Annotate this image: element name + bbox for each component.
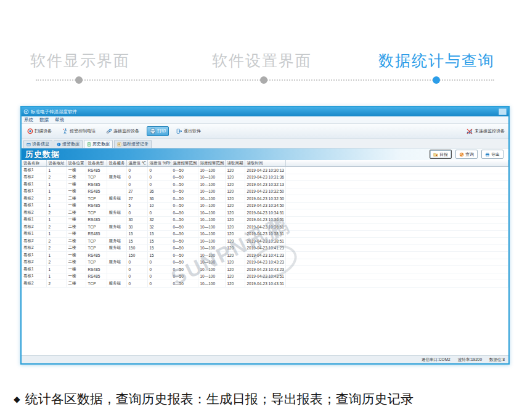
nav-item-1[interactable]: 软件显示界面: [30, 50, 130, 71]
menu-item-1[interactable]: 系统: [24, 117, 33, 123]
table-row[interactable]: 看板22二楼TCP服务端27360—5010—1001202019-04-23 …: [22, 195, 508, 203]
cell: RS485: [86, 266, 107, 273]
toolbar-button-label: 扫描设备: [35, 128, 52, 134]
section-actions: 日报查询导出: [430, 150, 504, 159]
column-header-10[interactable]: 读取周期: [225, 160, 245, 167]
tab-1[interactable]: 设备信息: [23, 140, 52, 148]
column-header-6[interactable]: 温度值 ℃: [126, 160, 147, 167]
cell: RS485: [86, 252, 107, 259]
table-row[interactable]: 看板22二楼TCP服务端000—5010—1001202019-04-23 10…: [22, 174, 508, 181]
cell: TCP: [86, 244, 107, 252]
column-header-5[interactable]: 设备服务: [107, 160, 126, 167]
cell: 看板1: [22, 181, 46, 188]
cell: 2019-04-23 10:32:50: [245, 195, 285, 203]
table-header-filler: [285, 160, 508, 167]
toolbar-button-4[interactable]: 打印: [147, 126, 169, 136]
cell: 0: [126, 209, 147, 217]
tab-3[interactable]: 历史数据: [84, 140, 113, 148]
cell: 看板1: [22, 188, 46, 195]
table-row[interactable]: 看板11一楼RS485000—5010—1001202019-04-23 10:…: [22, 181, 508, 188]
cell: [107, 181, 126, 188]
tab-2[interactable]: 报警数据: [54, 140, 83, 148]
toolbar-button-5[interactable]: 退出软件: [173, 126, 204, 136]
app-logo-icon: [23, 109, 29, 115]
action-button-1[interactable]: 日报: [430, 150, 452, 159]
cell: 看板1: [22, 216, 46, 224]
cell: 2019-04-23 10:32:50: [245, 188, 285, 195]
cell: 一楼: [66, 202, 86, 209]
cell-filler: [285, 209, 508, 217]
cell: 0—50: [171, 202, 198, 209]
toolbar-button-1[interactable]: 扫描设备: [24, 126, 55, 136]
column-header-11[interactable]: 读取时间: [245, 160, 285, 167]
table-row[interactable]: 看板11一楼RS48527360—5010—1001202019-04-23 1…: [22, 188, 508, 195]
cell-filler: [285, 266, 508, 273]
cell: 二楼: [66, 224, 86, 231]
cell: 看板2: [22, 238, 46, 245]
cell: 36: [147, 195, 171, 203]
cell: 2: [46, 224, 66, 231]
cell: 0: [147, 174, 171, 181]
column-header-7[interactable]: 湿度值 %RH: [147, 160, 171, 167]
cell: 10—100: [198, 224, 225, 231]
table-row[interactable]: 看板11一楼RS485000—5010—1001202019-04-23 10:…: [22, 167, 508, 174]
cell: 二楼: [66, 244, 86, 252]
caption-text: 统计各区数据，查询历史报表：生成日报；导出报表；查询历史记录: [25, 390, 414, 408]
cell: TCP: [86, 209, 107, 217]
cell: 服务端: [107, 238, 126, 245]
column-header-4[interactable]: 设备类型: [86, 160, 107, 167]
action-button-3[interactable]: 导出: [481, 150, 504, 159]
column-header-9[interactable]: 湿度报警范围: [198, 160, 225, 167]
cell: 2: [46, 238, 66, 245]
column-header-3[interactable]: 设备位置: [66, 160, 86, 167]
nav-item-3[interactable]: 数据统计与查询: [378, 50, 495, 71]
toolbar-button-2[interactable]: 报警控制电话: [59, 126, 99, 136]
table-row[interactable]: 看板22二楼TCP服务端000—5010—1001202019-04-23 10…: [22, 280, 508, 288]
table-row[interactable]: 看板22二楼TCP服务端150150—5010—1001202019-04-23…: [22, 244, 508, 252]
export-icon: [485, 152, 490, 157]
table-row[interactable]: 看板22二楼TCP服务端30320—5010—1001202019-04-23 …: [22, 224, 508, 231]
cell: 服务端: [107, 174, 126, 181]
cell: 一楼: [66, 273, 86, 280]
cell: 看板2: [22, 209, 46, 217]
cell: [107, 230, 126, 238]
link-icon: [106, 128, 112, 134]
toolbar: 扫描设备报警控制电话连接监控设备打印退出软件未连接监控设备: [22, 124, 508, 139]
cell: 10—100: [198, 273, 225, 280]
table-row[interactable]: 看板11一楼RS4855100—5010—1001202019-04-23 10…: [22, 202, 508, 209]
cell: [107, 188, 126, 195]
cell: 2019-04-23 10:41:23: [245, 244, 285, 252]
table-row[interactable]: 看板22二楼TCP服务端000—5010—1001202019-04-23 10…: [22, 209, 508, 217]
cell: 二楼: [66, 209, 86, 217]
action-button-2[interactable]: 查询: [455, 150, 478, 159]
menu-item-2[interactable]: 数据: [39, 117, 49, 123]
timeline-dot-3: [433, 76, 440, 84]
cell: 0—50: [171, 252, 198, 259]
menu-item-3[interactable]: 帮助: [55, 117, 64, 123]
cell: 120: [225, 174, 245, 181]
table-row[interactable]: 看板11一楼RS48515150—5010—1001202019-04-23 1…: [22, 230, 508, 238]
cell: 1: [46, 273, 66, 280]
nav-item-2[interactable]: 软件设置界面: [212, 50, 312, 71]
tab-4[interactable]: 远程报警记录: [114, 140, 152, 148]
table-row[interactable]: 看板11一楼RS485150150—5010—1001202019-04-23 …: [22, 252, 508, 259]
history-table: 设备名称设备地址设备位置设备类型设备服务温度值 ℃湿度值 %RH温度报警范围湿度…: [22, 160, 508, 288]
table-row[interactable]: 看板11一楼RS485000—5010—1001202019-04-23 10:…: [22, 273, 508, 280]
search-icon: [459, 152, 464, 157]
toolbar-button-3[interactable]: 连接监控设备: [103, 126, 142, 136]
column-header-1[interactable]: 设备名称: [22, 160, 46, 167]
window-control-button[interactable]: [499, 108, 507, 115]
status-item-3: 数据位:8: [489, 357, 505, 363]
column-header-2[interactable]: 设备地址: [46, 160, 66, 167]
cell: 看板1: [22, 202, 46, 209]
table-row[interactable]: 看板22二楼TCP服务端000—5010—1001202019-04-23 10…: [22, 259, 508, 266]
cell: 一楼: [66, 252, 86, 259]
caption: ◆ 统计各区数据，查询历史报表：生成日报；导出报表；查询历史记录: [14, 390, 414, 408]
toolbar-button-label: 报警控制电话: [70, 128, 96, 134]
tab-label: 历史数据: [92, 141, 110, 147]
table-row[interactable]: 看板22二楼TCP服务端15150—5010—1001202019-04-23 …: [22, 238, 508, 245]
column-header-8[interactable]: 温度报警范围: [171, 160, 198, 167]
table-row[interactable]: 看板11一楼RS48530320—5010—1001202019-04-23 1…: [22, 216, 508, 224]
cell: RS485: [86, 273, 107, 280]
table-row[interactable]: 看板11一楼RS485000—5010—1001202019-04-23 10:…: [22, 266, 508, 273]
